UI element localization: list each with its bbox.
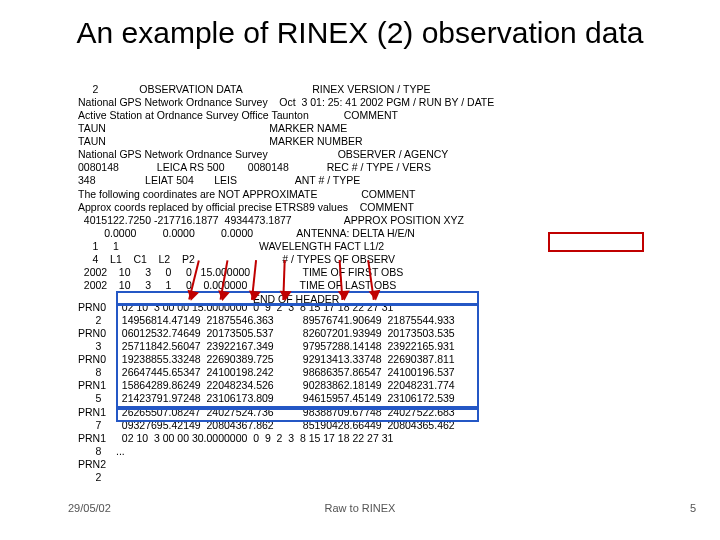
page-title: An example of RINEX (2) observation data — [0, 16, 720, 50]
footer-page-number: 5 — [690, 502, 696, 514]
blue-epoch-box-2 — [116, 408, 479, 422]
blue-epoch-box-1 — [116, 291, 479, 305]
red-highlight-box — [548, 232, 644, 252]
footer-center: Raw to RINEX — [0, 502, 720, 514]
rinex-header-block: 2 OBSERVATION DATA RINEX VERSION / TYPE … — [78, 83, 494, 306]
prn-label-column: PRN0 2 PRN0 3 PRN0 8 PRN1 5 PRN1 7 PRN1 … — [78, 301, 106, 485]
blue-data-box — [116, 304, 479, 408]
